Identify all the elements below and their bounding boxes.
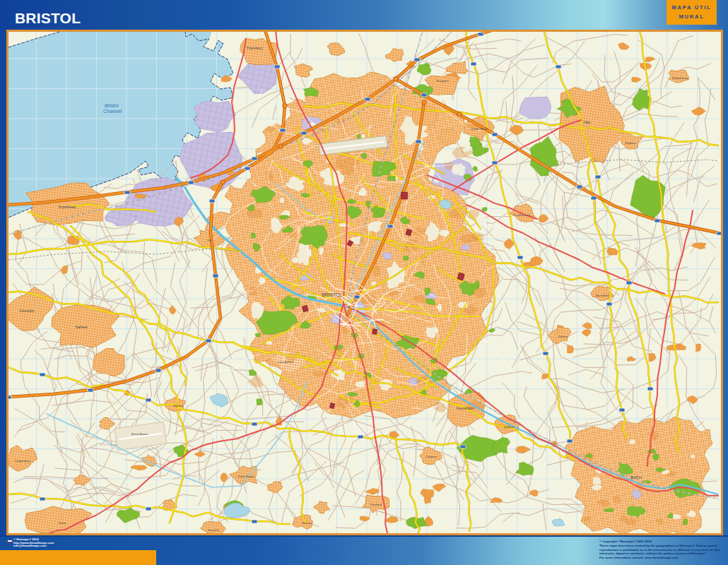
svg-text:Yate: Yate [583, 120, 590, 124]
svg-text:Bristol Airport: Bristol Airport [131, 432, 149, 436]
svg-text:Colerne: Colerne [558, 335, 568, 338]
svg-text:Marshfield: Marshfield [596, 294, 609, 297]
svg-text:Pensford: Pensford [370, 503, 382, 506]
svg-text:Chew Magna: Chew Magna [237, 475, 254, 478]
svg-text:Portishead: Portishead [59, 205, 76, 209]
svg-text:BRISTOL: BRISTOL [322, 292, 343, 297]
svg-text:Frampton: Frampton [436, 79, 448, 83]
svg-text:Nailsea: Nailsea [76, 325, 88, 329]
svg-text:Harptree: Harptree [208, 528, 219, 532]
svg-text:Keynsham: Keynsham [457, 406, 474, 410]
svg-text:Stanton: Stanton [302, 521, 312, 525]
svg-text:Channel: Channel [103, 109, 122, 114]
svg-text:Compton: Compton [425, 455, 437, 458]
svg-text:Pucklechurch: Pucklechurch [513, 213, 530, 217]
svg-text:Saltford: Saltford [504, 425, 514, 429]
svg-text:Yatton: Yatton [58, 521, 66, 525]
svg-text:Congresbury: Congresbury [15, 459, 31, 463]
svg-text:Long Ashton: Long Ashton [278, 360, 293, 364]
svg-text:Coalpit Heath: Coalpit Heath [471, 127, 488, 131]
svg-text:Clevedon: Clevedon [19, 309, 34, 313]
svg-text:Sodbury: Sodbury [626, 141, 636, 145]
svg-text:Hawkesbury: Hawkesbury [672, 76, 688, 80]
svg-text:BATH: BATH [630, 475, 642, 480]
svg-text:Bristol: Bristol [105, 103, 119, 108]
svg-text:Pill: Pill [207, 239, 211, 242]
svg-text:Thornbury: Thornbury [247, 46, 263, 50]
svg-text:Winford: Winford [173, 404, 183, 408]
